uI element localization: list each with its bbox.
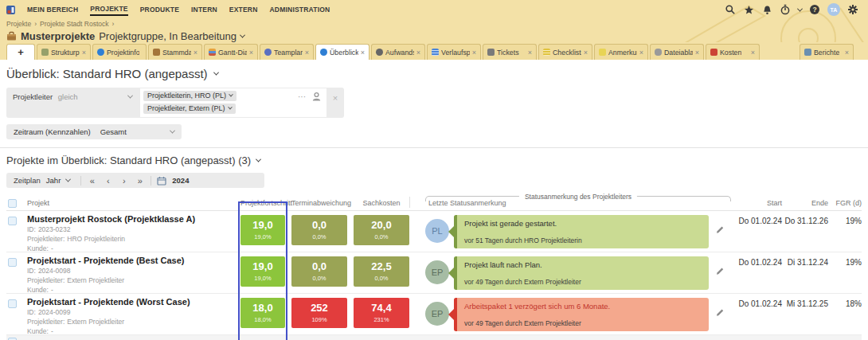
tab-verlaufsprognose[interactable]: Verlaufspr ×	[427, 44, 481, 60]
close-icon[interactable]: ×	[305, 49, 309, 57]
tab-tickets[interactable]: Tickets ×	[483, 44, 537, 60]
year-value[interactable]: 2024	[172, 176, 189, 185]
col-terminabweichung[interactable]: Terminabweichung	[291, 199, 347, 207]
chevron-down-icon[interactable]	[797, 6, 803, 11]
nav-extern[interactable]: EXTERN	[229, 6, 258, 15]
metric-value: 19,0	[252, 220, 272, 230]
person-picker-icon[interactable]	[311, 92, 322, 102]
col-start[interactable]: Start	[731, 199, 782, 207]
col-ende[interactable]: Ende	[782, 199, 828, 207]
close-icon[interactable]: ×	[194, 49, 197, 57]
project-name[interactable]: Musterprojekt Rostock (Projektklasse A)	[27, 214, 240, 224]
close-icon[interactable]: ×	[639, 49, 643, 57]
help-icon[interactable]: ?	[809, 4, 820, 15]
star-icon[interactable]	[743, 4, 754, 15]
tab-label: Strukturplan	[51, 49, 80, 57]
chevron-down-icon[interactable]	[65, 177, 71, 182]
gear-icon[interactable]	[847, 4, 858, 15]
tab-teamplan[interactable]: Teamplan ×	[260, 44, 314, 60]
title-chevron-icon[interactable]	[240, 33, 245, 38]
tab-projektinfoboard[interactable]: Projektinfobau	[92, 44, 147, 60]
tab-checkliste[interactable]: Checkliste ×	[538, 44, 592, 60]
last-page-button[interactable]: »	[135, 176, 145, 186]
chevron-down-icon[interactable]	[229, 92, 233, 97]
row-checkbox[interactable]	[8, 299, 17, 308]
tab-dateiablage[interactable]: Dateiablag ×	[650, 44, 704, 60]
next-button[interactable]: ›	[119, 176, 129, 186]
chevron-down-icon[interactable]	[228, 105, 233, 110]
filter-zeitraum[interactable]: Zeitraum (Kennzahlen) Gesamt	[6, 124, 182, 139]
breadcrumb-projekte[interactable]: Projekte	[6, 20, 31, 28]
col-projektfortschritt[interactable]: Projektfortschritt	[240, 199, 285, 207]
nav-intern[interactable]: INTERN	[191, 6, 217, 15]
info-icon	[97, 49, 104, 56]
filter-tag[interactable]: Projektleiter, Extern (PL)	[143, 104, 236, 114]
close-icon[interactable]: ×	[528, 49, 532, 57]
project-name[interactable]: Projektstart - Projektende (Worst Case)	[27, 297, 240, 307]
tab-stammdaten[interactable]: Stammdat ×	[148, 44, 202, 60]
tab-kosten[interactable]: Kosten ×	[706, 44, 760, 60]
close-icon[interactable]: ×	[249, 49, 253, 57]
first-page-button[interactable]: «	[87, 176, 97, 186]
breadcrumb-projekte-stadt-rostock[interactable]: Projekte Stadt Rostock	[40, 20, 108, 28]
bell-icon[interactable]	[761, 4, 772, 15]
close-icon[interactable]: ×	[472, 49, 476, 57]
box-icon	[153, 49, 160, 56]
search-icon[interactable]	[725, 4, 736, 15]
select-all-checkbox[interactable]	[8, 199, 17, 208]
col-fgr[interactable]: FGR (d)	[828, 199, 862, 207]
edit-pencil-icon[interactable]	[715, 307, 725, 316]
close-icon[interactable]: ×	[695, 49, 699, 57]
add-tab-button[interactable]: +	[6, 44, 35, 60]
note-icon	[599, 49, 606, 56]
paperclip-icon	[655, 49, 662, 56]
nav-produkte[interactable]: PRODUKTE	[140, 6, 179, 15]
nav-projekte[interactable]: PROJEKTE	[90, 5, 127, 16]
close-icon[interactable]: ×	[82, 49, 86, 57]
user-avatar[interactable]: TA	[827, 3, 840, 16]
close-icon[interactable]: ×	[845, 49, 849, 57]
tab-label: Überblick	[330, 49, 358, 57]
list-chevron-icon[interactable]	[256, 157, 261, 162]
col-sachkosten[interactable]: Sachkosten	[354, 199, 409, 207]
filter-projektleiter-label[interactable]: Projektleiter gleich	[6, 88, 140, 118]
prev-button[interactable]: ‹	[103, 176, 113, 186]
tab-strukturplan[interactable]: Strukturplan ×	[37, 44, 91, 60]
page-title: Musterprojekte Projektgruppe, In Bearbei…	[6, 30, 860, 42]
more-options-icon[interactable]: ···	[298, 92, 306, 101]
tab-berichte[interactable]: Berichte ×	[800, 44, 854, 60]
close-icon[interactable]: ×	[584, 49, 588, 57]
edit-pencil-icon[interactable]	[715, 224, 725, 233]
footer-checkbox[interactable]	[8, 338, 17, 340]
close-icon[interactable]: ×	[416, 49, 420, 57]
tab-ueberblick[interactable]: Überblick ×	[315, 44, 369, 60]
project-name[interactable]: Projektstart - Projektende (Best Case)	[27, 256, 240, 265]
table-row[interactable]: Musterprojekt Rostock (Projektklasse A) …	[6, 211, 862, 252]
tab-aufwands[interactable]: Aufwands ×	[371, 44, 425, 60]
edit-pencil-icon[interactable]	[715, 265, 725, 275]
col-projekt[interactable]: Projekt	[27, 199, 240, 207]
metric-sub: 0,0%	[312, 233, 326, 240]
filter-projektleiter-value-field[interactable]: Projektleiterin, HRO (PL) Projektleiter,…	[140, 88, 326, 117]
stopwatch-icon[interactable]	[780, 4, 791, 15]
filter-remove-button[interactable]: ×	[326, 88, 344, 118]
chevron-down-icon[interactable]	[170, 128, 175, 134]
table-row[interactable]: Projektstart - Projektende (Worst Case) …	[6, 294, 862, 335]
zeitplan-period-select[interactable]: Jahr	[46, 176, 61, 185]
metric-sub: 19,0%	[254, 275, 271, 282]
tab-gantt-diagramm[interactable]: Gantt-Diag ×	[204, 44, 258, 60]
row-checkbox[interactable]	[8, 217, 17, 225]
status-text: Arbeitspaket 1 verzögert sich um 6 Monat…	[464, 302, 702, 311]
filter-tag[interactable]: Projektleiterin, HRO (PL)	[143, 91, 237, 101]
close-icon[interactable]: ×	[361, 49, 365, 57]
nav-administration[interactable]: ADMINISTRATION	[270, 6, 330, 15]
chevron-down-icon[interactable]	[127, 93, 133, 99]
table-row[interactable]: Projektstart - Projektende (Best Case) I…	[6, 252, 862, 294]
tab-label: Aufwands	[385, 49, 414, 57]
list-heading: Projekte im Überblick: Standard HRO (ang…	[6, 154, 862, 166]
tab-anmerkungen[interactable]: Anmerkun ×	[594, 44, 648, 60]
nav-mein-bereich[interactable]: MEIN BEREICH	[27, 6, 78, 15]
close-icon[interactable]: ×	[751, 49, 755, 57]
row-checkbox[interactable]	[8, 258, 17, 267]
overview-chevron-icon[interactable]	[213, 70, 219, 76]
